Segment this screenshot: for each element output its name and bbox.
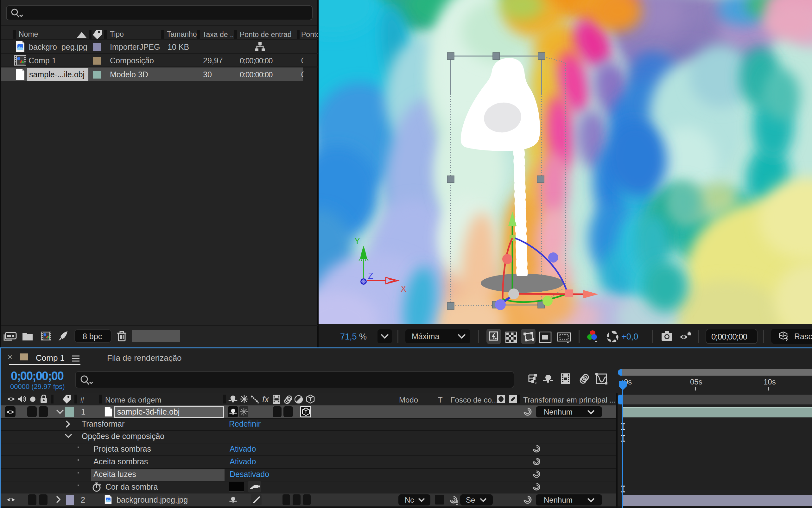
- svg-text:Z: Z: [368, 271, 373, 281]
- svg-text:Y: Y: [354, 236, 360, 246]
- svg-text:X: X: [400, 284, 406, 294]
